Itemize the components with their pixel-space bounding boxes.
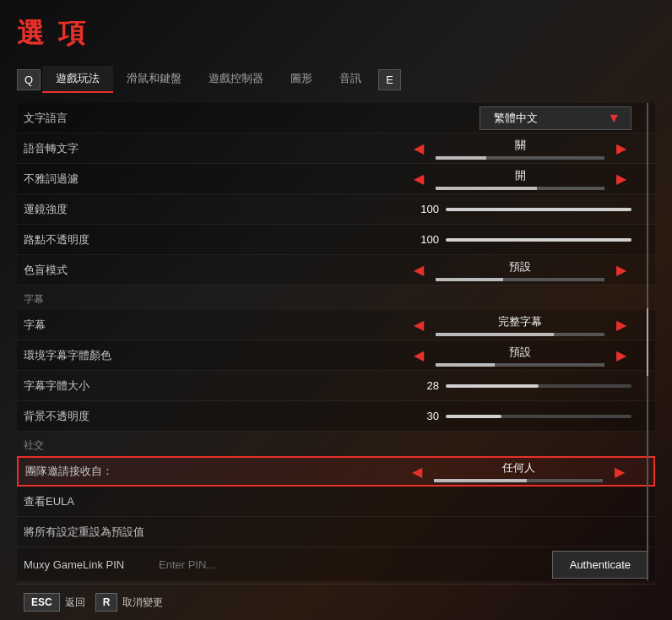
subtitle-size-slider[interactable] bbox=[446, 384, 631, 388]
voice-to-text-label: 語音轉文字 bbox=[24, 141, 159, 156]
subtitles-next-button[interactable]: ▶ bbox=[611, 315, 631, 334]
waypoint-opacity-slider[interactable] bbox=[446, 238, 631, 242]
ambient-subtitle-color-value: 預設 bbox=[436, 345, 604, 367]
subtitle-size-control: 28 bbox=[159, 379, 648, 392]
waypoint-opacity-row: 路點不透明度 100 bbox=[17, 225, 655, 255]
view-eula-label: 查看EULA bbox=[24, 494, 74, 509]
text-language-value: 繁體中文 bbox=[494, 111, 538, 126]
social-section-header: 社交 bbox=[17, 432, 655, 456]
colorblind-mode-value: 預設 bbox=[436, 259, 604, 281]
bg-opacity-label: 背景不透明度 bbox=[24, 409, 159, 424]
colorblind-mode-control: ◀ 預設 ▶ bbox=[159, 259, 648, 281]
bottom-bar: ESC 返回 R 取消變更 bbox=[17, 584, 655, 612]
dropdown-chevron-icon: ▼ bbox=[607, 111, 621, 126]
waypoint-opacity-value: 100 bbox=[414, 233, 439, 246]
motion-blur-label: 運鏡強度 bbox=[24, 202, 159, 217]
motion-blur-slider[interactable] bbox=[446, 208, 631, 211]
muxy-pin-label: Muxy GameLink PIN bbox=[24, 558, 159, 571]
subtitle-section-header: 字幕 bbox=[17, 286, 655, 310]
bg-opacity-value: 30 bbox=[414, 410, 439, 422]
profanity-filter-row: 不雅詞過濾 ◀ 開 ▶ bbox=[17, 164, 655, 194]
team-invite-row: 團隊邀請接收自： ◀ 任何人 ▶ bbox=[17, 456, 655, 487]
team-invite-value: 任何人 bbox=[434, 460, 603, 482]
ambient-subtitle-color-prev-button[interactable]: ◀ bbox=[409, 345, 429, 365]
subtitle-size-row: 字幕字體大小 28 bbox=[17, 371, 655, 401]
voice-to-text-control: ◀ 關 ▶ bbox=[159, 138, 648, 160]
bg-opacity-slider[interactable] bbox=[446, 415, 631, 418]
waypoint-opacity-control: 100 bbox=[159, 233, 648, 246]
scrollbar-thumb bbox=[647, 308, 648, 376]
motion-blur-control: 100 bbox=[159, 203, 648, 215]
team-invite-next-button[interactable]: ▶ bbox=[610, 462, 630, 481]
profanity-filter-label: 不雅詞過濾 bbox=[24, 171, 159, 187]
subtitles-row: 字幕 ◀ 完整字幕 ▶ bbox=[17, 310, 655, 340]
subtitles-control: ◀ 完整字幕 ▶ bbox=[159, 314, 648, 336]
waypoint-opacity-label: 路點不透明度 bbox=[24, 232, 159, 247]
voice-to-text-next-button[interactable]: ▶ bbox=[611, 139, 631, 158]
team-invite-label: 團隊邀請接收自： bbox=[25, 464, 160, 479]
bg-opacity-row: 背景不透明度 30 bbox=[17, 401, 655, 432]
tab-bar: Q 遊戲玩法 滑鼠和鍵盤 遊戲控制器 圖形 音訊 E bbox=[17, 66, 655, 93]
tab-controller[interactable]: 遊戲控制器 bbox=[195, 66, 277, 93]
cancel-label: 取消變更 bbox=[122, 596, 163, 610]
r-key[interactable]: R bbox=[95, 593, 118, 612]
ambient-subtitle-color-label: 環境字幕字體顏色 bbox=[24, 348, 159, 363]
text-language-dropdown[interactable]: 繁體中文 ▼ bbox=[480, 106, 631, 130]
profanity-filter-value: 開 bbox=[436, 168, 604, 190]
cancel-button-group: R 取消變更 bbox=[95, 593, 164, 612]
voice-to-text-row: 語音轉文字 ◀ 關 ▶ bbox=[17, 133, 655, 164]
tab-audio[interactable]: 音訊 bbox=[326, 66, 375, 93]
colorblind-mode-next-button[interactable]: ▶ bbox=[611, 260, 631, 280]
colorblind-mode-row: 色盲模式 ◀ 預設 ▶ bbox=[17, 255, 655, 286]
back-label: 返回 bbox=[65, 596, 85, 610]
tab-gameplay[interactable]: 遊戲玩法 bbox=[42, 66, 113, 93]
team-invite-prev-button[interactable]: ◀ bbox=[407, 462, 427, 481]
back-button-group: ESC 返回 bbox=[24, 593, 85, 612]
profanity-filter-prev-button[interactable]: ◀ bbox=[409, 169, 429, 188]
e-key-button[interactable]: E bbox=[378, 69, 401, 90]
page-title: 選 項 bbox=[17, 15, 655, 52]
colorblind-mode-label: 色盲模式 bbox=[24, 263, 159, 278]
team-invite-control: ◀ 任何人 ▶ bbox=[160, 460, 647, 482]
text-language-control: 繁體中文 ▼ bbox=[159, 106, 648, 130]
profanity-filter-control: ◀ 開 ▶ bbox=[159, 168, 648, 190]
subtitle-size-value: 28 bbox=[414, 379, 439, 392]
colorblind-mode-prev-button[interactable]: ◀ bbox=[409, 260, 429, 280]
muxy-pin-input[interactable] bbox=[159, 558, 552, 571]
subtitles-value: 完整字幕 bbox=[436, 314, 604, 336]
subtitles-label: 字幕 bbox=[24, 318, 159, 333]
tab-graphics[interactable]: 圖形 bbox=[277, 66, 326, 93]
profanity-filter-next-button[interactable]: ▶ bbox=[611, 169, 631, 188]
settings-panel: 文字語言 繁體中文 ▼ 語音轉文字 ◀ 關 ▶ bbox=[17, 103, 655, 580]
text-language-row: 文字語言 繁體中文 ▼ bbox=[17, 103, 655, 133]
reset-defaults-row[interactable]: 將所有設定重設為預設值 bbox=[17, 517, 655, 547]
subtitles-prev-button[interactable]: ◀ bbox=[409, 315, 429, 334]
motion-blur-row: 運鏡強度 100 bbox=[17, 194, 655, 225]
esc-key[interactable]: ESC bbox=[24, 593, 60, 612]
authenticate-button[interactable]: Authenticate bbox=[552, 551, 648, 579]
motion-blur-value: 100 bbox=[414, 203, 439, 215]
tab-mouse-keyboard[interactable]: 滑鼠和鍵盤 bbox=[113, 66, 195, 93]
voice-to-text-prev-button[interactable]: ◀ bbox=[409, 139, 429, 158]
settings-scroll: 文字語言 繁體中文 ▼ 語音轉文字 ◀ 關 ▶ bbox=[17, 103, 655, 580]
q-key-button[interactable]: Q bbox=[17, 69, 41, 90]
bg-opacity-control: 30 bbox=[159, 410, 648, 422]
view-eula-row[interactable]: 查看EULA bbox=[17, 487, 655, 517]
ambient-subtitle-color-row: 環境字幕字體顏色 ◀ 預設 ▶ bbox=[17, 340, 655, 371]
ambient-subtitle-color-control: ◀ 預設 ▶ bbox=[159, 345, 648, 367]
voice-to-text-value: 關 bbox=[436, 138, 604, 160]
subtitle-size-label: 字幕字體大小 bbox=[24, 378, 159, 394]
muxy-pin-row: Muxy GameLink PIN Authenticate bbox=[17, 547, 655, 580]
ambient-subtitle-color-next-button[interactable]: ▶ bbox=[611, 345, 631, 365]
reset-defaults-label: 將所有設定重設為預設值 bbox=[24, 525, 144, 540]
text-language-label: 文字語言 bbox=[24, 111, 159, 126]
